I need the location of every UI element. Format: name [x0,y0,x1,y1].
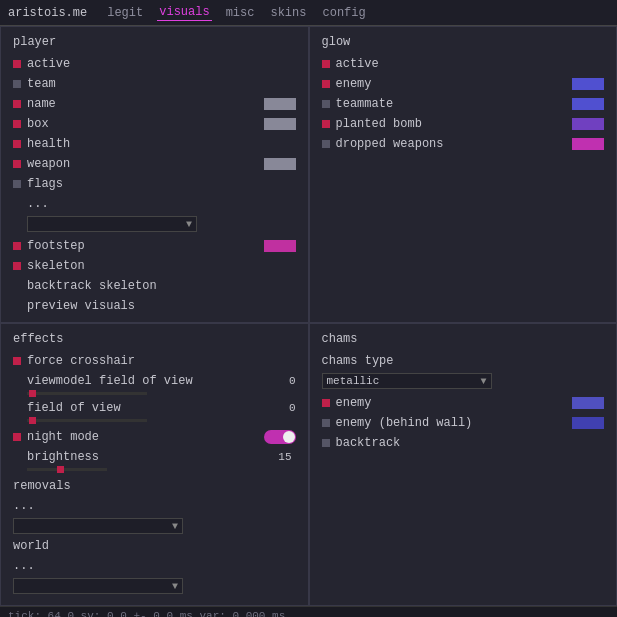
label-viewmodel-fov: viewmodel field of view [13,374,270,388]
effects-title: effects [13,332,296,346]
label-force-crosshair: force crosshair [27,354,296,368]
row-skeleton: skeleton [13,257,296,275]
checkbox-force-crosshair[interactable] [13,357,21,365]
dropdown-chams-value: metallic [327,375,380,387]
nav-brand: aristois.me [8,6,87,20]
swatch-glow-enemy[interactable] [572,78,604,90]
panel-effects: effects force crosshair viewmodel field … [0,323,309,606]
fov-track [27,419,147,422]
row-footstep: footstep [13,237,296,255]
row-name: name [13,95,296,113]
checkbox-glow-active[interactable] [322,60,330,68]
label-name: name [27,97,264,111]
label-footstep: footstep [27,239,264,253]
nav-item-visuals[interactable]: visuals [157,4,211,21]
checkbox-chams-enemy[interactable] [322,399,330,407]
swatch-glow-dropped[interactable] [572,138,604,150]
row-chams-enemy-wall: enemy (behind wall) [322,414,605,432]
checkbox-team[interactable] [13,80,21,88]
row-dropdown-world[interactable]: ▼ [13,577,296,595]
label-glow-dropped: dropped weapons [336,137,573,151]
fov-thumb [29,417,36,424]
swatch-footstep[interactable] [264,240,296,252]
row-brightness: brightness 15 [13,448,296,466]
nav-item-misc[interactable]: misc [224,5,257,21]
label-glow-bomb: planted bomb [336,117,573,131]
status-text: tick: 64.0 sv: 0.0 +- 0.0 ms var: 0.000 … [8,610,285,618]
dropdown-chams-type[interactable]: metallic ▼ [322,373,492,389]
dropdown-world[interactable]: ▼ [13,578,183,594]
dropdown-chams-arrow: ▼ [480,376,486,387]
swatch-box[interactable] [264,118,296,130]
checkbox-glow-bomb[interactable] [322,120,330,128]
checkbox-night-mode[interactable] [13,433,21,441]
label-chams-backtrack: backtrack [336,436,605,450]
swatch-glow-teammate[interactable] [572,98,604,110]
nav-bar: aristois.me legit visuals misc skins con… [0,0,617,26]
viewmodel-fov-value: 0 [276,375,296,387]
row-glow-active: active [322,55,605,73]
row-chams-dropdown[interactable]: metallic ▼ [322,372,605,390]
row-world: world [13,537,296,555]
label-brightness: brightness [13,450,266,464]
checkbox-health[interactable] [13,140,21,148]
swatch-name[interactable] [264,98,296,110]
checkbox-active[interactable] [13,60,21,68]
checkbox-glow-dropped[interactable] [322,140,330,148]
row-active: active [13,55,296,73]
label-removals: removals [13,479,296,493]
checkbox-glow-enemy[interactable] [322,80,330,88]
dropdown-removals[interactable]: ▼ [13,518,183,534]
label-chams-enemy: enemy [336,396,573,410]
status-bar: tick: 64.0 sv: 0.0 +- 0.0 ms var: 0.000 … [0,606,617,617]
viewmodel-fov-thumb [29,390,36,397]
row-chams-backtrack: backtrack [322,434,605,452]
checkbox-chams-backtrack[interactable] [322,439,330,447]
checkbox-box[interactable] [13,120,21,128]
checkbox-skeleton[interactable] [13,262,21,270]
label-world-dots: ... [13,559,296,573]
glow-title: glow [322,35,605,49]
row-chams-enemy: enemy [322,394,605,412]
row-team: team [13,75,296,93]
dropdown-flags-arrow: ▼ [186,219,192,230]
row-backtrack-skeleton: backtrack skeleton [13,277,296,295]
row-viewmodel-fov: viewmodel field of view 0 [13,372,296,390]
row-force-crosshair: force crosshair [13,352,296,370]
label-glow-active: active [336,57,605,71]
dropdown-flags[interactable]: ▼ [27,216,197,232]
nav-item-skins[interactable]: skins [268,5,308,21]
checkbox-chams-enemy-wall[interactable] [322,419,330,427]
fov-value: 0 [276,402,296,414]
nav-item-config[interactable]: config [320,5,367,21]
label-chams-enemy-wall: enemy (behind wall) [336,416,573,430]
swatch-glow-bomb[interactable] [572,118,604,130]
toggle-night-mode[interactable] [264,430,296,444]
checkbox-flags[interactable] [13,180,21,188]
checkbox-footstep[interactable] [13,242,21,250]
row-dropdown-flags[interactable]: ▼ [13,215,296,233]
checkbox-name[interactable] [13,100,21,108]
row-preview-visuals: preview visuals [13,297,296,315]
label-glow-teammate: teammate [336,97,573,111]
row-glow-enemy: enemy [322,75,605,93]
checkbox-glow-teammate[interactable] [322,100,330,108]
label-flags: flags [27,177,296,191]
panel-glow: glow active enemy teammate planted bomb … [309,26,618,323]
checkbox-weapon[interactable] [13,160,21,168]
label-chams-type: chams type [322,354,605,368]
panel-player: player active team name box health weapo… [0,26,309,323]
swatch-chams-enemy-wall[interactable] [572,417,604,429]
panel-chams: chams chams type metallic ▼ enemy enemy … [309,323,618,606]
main-grid: player active team name box health weapo… [0,26,617,606]
row-flags-dots: ... [13,195,296,213]
swatch-chams-enemy[interactable] [572,397,604,409]
nav-item-legit[interactable]: legit [105,5,145,21]
brightness-thumb [57,466,64,473]
row-removals-dots: ... [13,497,296,515]
row-night-mode: night mode [13,428,296,446]
row-dropdown-removals[interactable]: ▼ [13,517,296,535]
label-active: active [27,57,296,71]
chams-title: chams [322,332,605,346]
swatch-weapon[interactable] [264,158,296,170]
